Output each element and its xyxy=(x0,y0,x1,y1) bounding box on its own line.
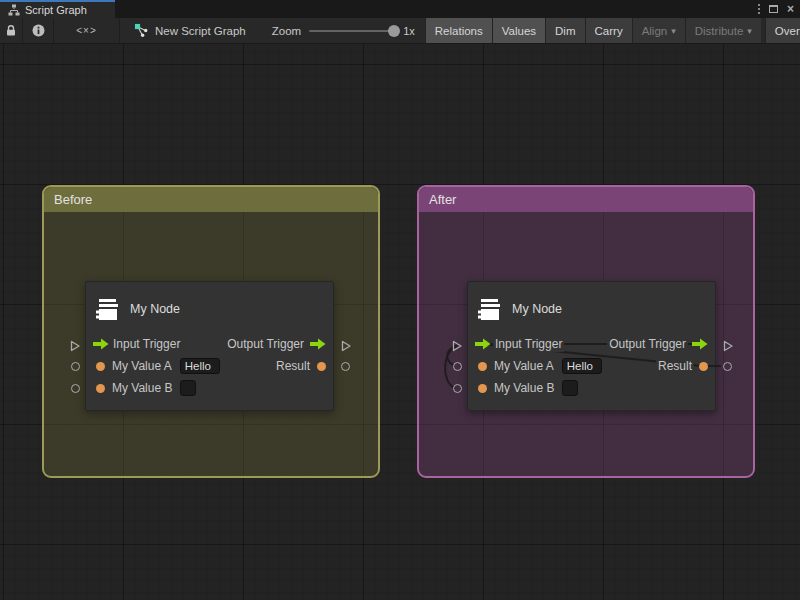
overview-button[interactable]: Overview xyxy=(765,18,800,44)
graph-name-area: New Script Graph xyxy=(120,23,256,38)
value-output-connection-point[interactable] xyxy=(341,362,350,371)
value-input-port-icon[interactable] xyxy=(96,362,105,371)
value-b-field[interactable] xyxy=(562,380,578,396)
distribute-dropdown[interactable]: Distribute ▾ xyxy=(685,18,761,44)
value-input-connection-point[interactable] xyxy=(453,384,462,393)
chevron-down-icon: ▾ xyxy=(747,26,752,36)
node-my-node-before[interactable]: My Node Input Trigger Output Trigger My … xyxy=(85,281,334,411)
close-icon[interactable]: × xyxy=(787,3,794,15)
my-node-icon xyxy=(477,296,503,322)
tab-bar: Script Graph × xyxy=(0,0,800,18)
script-graph-icon xyxy=(134,23,149,38)
group-before-header[interactable]: Before xyxy=(44,187,378,212)
relations-toggle[interactable]: Relations xyxy=(425,18,492,44)
zoom-label: Zoom xyxy=(272,25,301,37)
graph-canvas[interactable]: Before After My Node Input Trigger Outpu… xyxy=(0,44,800,600)
result-label: Result xyxy=(656,358,694,374)
my-node-icon xyxy=(95,296,121,322)
graph-name-label: New Script Graph xyxy=(155,25,246,37)
value-output-connection-point[interactable] xyxy=(723,362,732,371)
value-input-connection-point[interactable] xyxy=(71,362,80,371)
tab-script-graph[interactable]: Script Graph xyxy=(0,0,115,18)
zoom-value: 1x xyxy=(403,25,415,37)
result-label: Result xyxy=(274,358,312,374)
flow-output-port-icon[interactable] xyxy=(692,338,708,350)
value-b-field[interactable] xyxy=(180,380,196,396)
value-a-field[interactable] xyxy=(180,358,220,374)
node-title: My Node xyxy=(130,302,180,316)
node-title: My Node xyxy=(512,302,562,316)
chevron-down-icon: ▾ xyxy=(671,26,676,36)
graph-toolbar: <×> New Script Graph Zoom 1x Relations V… xyxy=(0,18,800,44)
input-trigger-label: Input Trigger xyxy=(493,336,564,352)
value-input-connection-point[interactable] xyxy=(453,362,462,371)
value-b-label: My Value B xyxy=(110,380,174,396)
value-input-port-icon[interactable] xyxy=(478,384,487,393)
align-dropdown[interactable]: Align ▾ xyxy=(632,18,685,44)
info-icon xyxy=(32,24,45,37)
flow-output-connection-point[interactable] xyxy=(340,338,352,356)
flow-input-port-icon[interactable] xyxy=(475,338,491,350)
value-input-port-icon[interactable] xyxy=(478,362,487,371)
graph-hierarchy-icon xyxy=(8,4,20,16)
inspect-source-button[interactable]: <×> xyxy=(54,18,119,44)
value-output-port-icon[interactable] xyxy=(317,362,326,371)
node-my-node-after[interactable]: My Node Input Trigger Output Trigger My … xyxy=(467,281,716,411)
tab-title: Script Graph xyxy=(25,4,87,16)
value-a-label: My Value A xyxy=(492,358,556,374)
carry-toggle[interactable]: Carry xyxy=(585,18,632,44)
group-after-header[interactable]: After xyxy=(419,187,753,212)
flow-output-connection-point[interactable] xyxy=(722,338,734,356)
value-b-label: My Value B xyxy=(492,380,556,396)
flow-input-connection-point[interactable] xyxy=(451,338,463,356)
value-input-port-icon[interactable] xyxy=(96,384,105,393)
info-button[interactable] xyxy=(23,18,53,44)
zoom-slider-thumb[interactable] xyxy=(388,25,400,37)
window-menu-icon[interactable] xyxy=(758,4,760,14)
code-icon: <×> xyxy=(76,25,97,36)
values-toggle[interactable]: Values xyxy=(492,18,545,44)
output-trigger-label: Output Trigger xyxy=(225,336,306,352)
value-a-label: My Value A xyxy=(110,358,174,374)
maximize-icon[interactable] xyxy=(769,5,778,13)
zoom-slider[interactable] xyxy=(309,30,395,32)
dim-toggle[interactable]: Dim xyxy=(545,18,584,44)
flow-output-port-icon[interactable] xyxy=(310,338,326,350)
flow-input-connection-point[interactable] xyxy=(69,338,81,356)
lock-button[interactable] xyxy=(0,18,22,44)
flow-input-port-icon[interactable] xyxy=(93,338,109,350)
lock-icon xyxy=(5,24,17,37)
value-output-port-icon[interactable] xyxy=(699,362,708,371)
value-a-field[interactable] xyxy=(562,358,602,374)
output-trigger-label: Output Trigger xyxy=(607,336,688,352)
zoom-control: Zoom 1x xyxy=(272,25,415,37)
input-trigger-label: Input Trigger xyxy=(111,336,182,352)
value-input-connection-point[interactable] xyxy=(71,384,80,393)
